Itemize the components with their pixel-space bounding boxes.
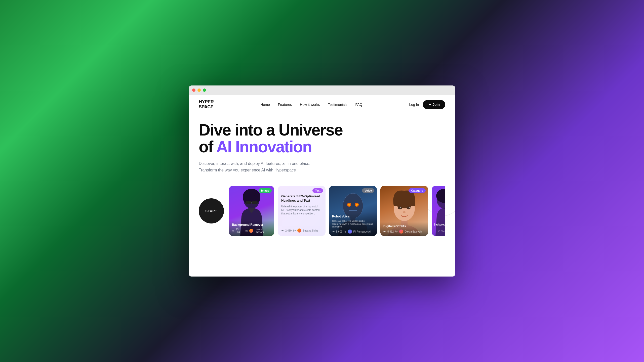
text-card-description: Unleash the power of a top-notch SEO cop… [281,205,322,215]
card-stats-robot-voice: 👁 5 603 by Fil Romanovski [332,230,374,234]
card-footer-background-remover: Background Remover 13 504 by Hosein Shiv… [229,220,274,236]
view-icon [232,230,234,232]
background-card-figure [432,186,445,236]
browser-content: HYPER SPACE Home Features How it works T… [189,95,455,277]
eye-icon-voice: 👁 [332,230,335,233]
background-card-stats: 13 504 [432,230,445,233]
card-stats-background-remover: 13 504 by Hosein Shivrani [232,228,271,234]
card-footer-robot-voice: Robot Voice Generate robot-like voices a… [329,212,377,236]
author-avatar-seo [297,229,301,233]
author-avatar-voice [348,230,352,234]
nav-home[interactable]: Home [260,103,270,107]
text-card-stats: 👁 2 480 by Susana Salas [281,229,322,233]
join-button[interactable]: ✦ Join [423,100,445,109]
nav-links: Home Features How it works Testimonials … [260,102,362,107]
svg-point-20 [400,207,401,208]
card-badge-image: Image [259,188,272,193]
nav-features[interactable]: Features [278,103,292,107]
card-seo-text[interactable]: Text Generate SEO-Optimized Headings and… [278,186,326,236]
card-badge-voice: Voice [362,188,374,193]
hero-title-highlight: AI Innovation [216,138,312,156]
start-button[interactable]: START [199,198,224,223]
eye-icon: 👁 [281,229,284,232]
eye-icon-portraits: 👁 [383,230,386,233]
background-card-title: Background [432,223,445,226]
hero-title: Dive into a Universe of AI Innovation [199,122,445,155]
svg-point-11 [356,204,358,206]
nav-actions: Log In ✦ Join [409,100,445,109]
hero-subtitle: Discover, interact with, and deploy AI f… [199,160,445,173]
card-badge-portraits: Category [409,188,426,193]
card-background-remover[interactable]: Image Background Remover 13 504 by Hosei… [229,186,274,236]
svg-rect-4 [246,201,251,204]
svg-rect-12 [349,210,357,211]
text-card-content: Generate SEO-Optimized Headings and Text… [278,186,326,236]
card-stats-portraits: 👁 5 812 by Olesia Balovsik [383,230,425,234]
maximize-button[interactable] [203,88,206,92]
cards-container: START [189,186,455,236]
card-background-partial[interactable]: Background 13 504 [432,186,445,236]
author-avatar-portraits [399,230,403,234]
card-desc-robot-voice: Generate robot-like voices audio recordi… [332,220,374,229]
svg-point-21 [409,207,410,208]
card-title-portraits: Digital Portraits [383,224,425,228]
browser-window: HYPER SPACE Home Features How it works T… [189,85,455,277]
card-digital-portraits[interactable]: Category Digital Portraits 👁 5 812 by Ol… [380,186,428,236]
close-button[interactable] [192,88,195,92]
card-badge-text: Text [312,188,323,193]
card-title-background-remover: Background Remover [232,223,271,227]
browser-titlebar [189,85,455,95]
svg-point-22 [403,211,406,213]
card-footer-portraits: Digital Portraits 👁 5 812 by Olesia Balo… [380,222,428,236]
text-card-body: Generate SEO-Optimized Headings and Text… [281,194,322,215]
navbar: HYPER SPACE Home Features How it works T… [189,95,455,114]
nav-how-it-works[interactable]: How it works [300,103,320,107]
hero-section: Dive into a Universe of AI Innovation Di… [189,114,455,186]
nav-faq[interactable]: FAQ [355,103,362,107]
nav-testimonials[interactable]: Testimonials [328,103,347,107]
cards-scroll: Image Background Remover 13 504 by Hosei… [229,186,445,236]
svg-rect-5 [252,201,258,204]
svg-point-19 [407,206,411,209]
text-card-title: Generate SEO-Optimized Headings and Text [281,194,322,203]
logo: HYPER SPACE [199,100,214,110]
card-title-robot-voice: Robot Voice [332,215,374,218]
login-button[interactable]: Log In [409,103,419,107]
card-robot-voice[interactable]: Voice Robot Voice Generate robot-like vo… [329,186,377,236]
author-avatar [249,229,253,233]
svg-point-18 [398,206,402,209]
svg-point-9 [348,204,350,206]
minimize-button[interactable] [197,88,201,92]
